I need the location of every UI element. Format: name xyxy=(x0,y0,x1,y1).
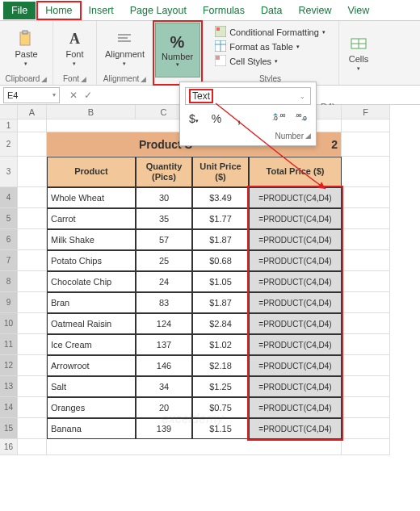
cell-unit-price[interactable]: $1.87 xyxy=(192,292,249,313)
cell-product[interactable]: Chocolate Chip xyxy=(47,271,136,292)
cell[interactable] xyxy=(18,439,47,455)
row-header[interactable]: 16 xyxy=(0,439,18,455)
row-header[interactable]: 5 xyxy=(0,208,18,229)
cell[interactable] xyxy=(342,355,390,376)
cell-product[interactable]: Bran xyxy=(47,292,136,313)
cell-unit-price[interactable]: $1.05 xyxy=(192,271,249,292)
format-as-table-button[interactable]: Format as Table▾ xyxy=(215,40,326,53)
cell[interactable] xyxy=(342,208,390,229)
tab-view[interactable]: View xyxy=(339,2,377,19)
cell[interactable] xyxy=(18,376,47,397)
cell[interactable] xyxy=(18,355,47,376)
cell[interactable] xyxy=(18,313,47,334)
cell[interactable] xyxy=(342,376,390,397)
tab-formulas[interactable]: Formulas xyxy=(195,2,253,19)
header-quantity[interactable]: Quantity (Pics) xyxy=(136,157,192,187)
cell[interactable] xyxy=(342,313,390,334)
header-product[interactable]: Product xyxy=(47,157,136,187)
tab-review[interactable]: Review xyxy=(290,2,339,19)
cell-unit-price[interactable]: $1.25 xyxy=(192,376,249,397)
cell-quantity[interactable]: 24 xyxy=(136,271,192,292)
cell-quantity[interactable]: 139 xyxy=(136,418,192,439)
alignment-launcher-icon[interactable]: ◢ xyxy=(141,75,146,83)
cell-unit-price[interactable]: $1.77 xyxy=(192,208,249,229)
row-header[interactable]: 9 xyxy=(0,292,18,313)
cell[interactable] xyxy=(342,132,390,157)
enter-icon[interactable]: ✓ xyxy=(84,90,92,101)
cell-total-price[interactable]: =PRODUCT(C4,D4) xyxy=(249,187,342,208)
currency-format-button[interactable]: $▾ xyxy=(185,112,203,125)
row-header[interactable]: 15 xyxy=(0,418,18,439)
cell-unit-price[interactable]: $1.02 xyxy=(192,334,249,355)
cell-total-price[interactable]: =PRODUCT(C4,D4) xyxy=(249,313,342,334)
cell-unit-price[interactable]: $3.49 xyxy=(192,187,249,208)
cell-total-price[interactable]: =PRODUCT(C4,D4) xyxy=(249,355,342,376)
row-header[interactable]: 13 xyxy=(0,376,18,397)
increase-decimal-button[interactable]: .0.00 xyxy=(271,111,288,125)
cell-unit-price[interactable]: $2.84 xyxy=(192,313,249,334)
cell[interactable] xyxy=(342,418,390,439)
cell[interactable] xyxy=(47,439,342,455)
cell-quantity[interactable]: 34 xyxy=(136,376,192,397)
row-header[interactable]: 12 xyxy=(0,355,18,376)
cell-product[interactable]: Oranges xyxy=(47,397,136,418)
cells-button[interactable]: Cells▾ xyxy=(349,35,368,72)
tab-data[interactable]: Data xyxy=(253,2,290,19)
cell[interactable] xyxy=(18,250,47,271)
cell[interactable] xyxy=(18,292,47,313)
cell-product[interactable]: Banana xyxy=(47,418,136,439)
cell-quantity[interactable]: 137 xyxy=(136,334,192,355)
cell-product[interactable]: Potato Chips xyxy=(47,250,136,271)
number-format-select[interactable]: Text ⌄ xyxy=(185,87,311,105)
cell[interactable] xyxy=(342,157,390,187)
cell-styles-button[interactable]: Cell Styles▾ xyxy=(215,55,326,68)
row-header[interactable]: 1 xyxy=(0,119,18,132)
percent-format-button[interactable]: % xyxy=(208,112,225,125)
col-header-a[interactable]: A xyxy=(18,105,47,119)
comma-format-button[interactable]: , xyxy=(230,112,248,125)
cell-quantity[interactable]: 35 xyxy=(136,208,192,229)
cell-unit-price[interactable]: $1.87 xyxy=(192,229,249,250)
cell[interactable] xyxy=(18,271,47,292)
cell[interactable] xyxy=(18,418,47,439)
cell[interactable] xyxy=(18,397,47,418)
cell-product[interactable]: Oatmeal Raisin xyxy=(47,313,136,334)
alignment-button[interactable]: Alignment▾ xyxy=(105,30,145,67)
font-button[interactable]: A Font▾ xyxy=(65,30,83,67)
cell-product[interactable]: Milk Shake xyxy=(47,229,136,250)
row-header[interactable]: 4 xyxy=(0,187,18,208)
cell-product[interactable]: Salt xyxy=(47,376,136,397)
cell[interactable] xyxy=(342,439,390,455)
cell-quantity[interactable]: 57 xyxy=(136,229,192,250)
cell[interactable] xyxy=(342,229,390,250)
header-unit-price[interactable]: Unit Price ($) xyxy=(192,157,249,187)
cell-quantity[interactable]: 83 xyxy=(136,292,192,313)
header-total-price[interactable]: Total Price ($) xyxy=(249,157,342,187)
row-header[interactable]: 3 xyxy=(0,157,18,187)
cell-total-price[interactable]: =PRODUCT(C4,D4) xyxy=(249,292,342,313)
cell-product[interactable]: Arrowroot xyxy=(47,355,136,376)
cell-quantity[interactable]: 146 xyxy=(136,355,192,376)
cell-unit-price[interactable]: $2.18 xyxy=(192,355,249,376)
cell[interactable] xyxy=(18,334,47,355)
cell-total-price[interactable]: =PRODUCT(C4,D4) xyxy=(249,397,342,418)
cell[interactable] xyxy=(18,187,47,208)
row-header[interactable]: 11 xyxy=(0,334,18,355)
tab-insert[interactable]: Insert xyxy=(81,2,122,19)
cell-product[interactable]: Whole Wheat xyxy=(47,187,136,208)
cell-total-price[interactable]: =PRODUCT(C4,D4) xyxy=(249,250,342,271)
col-header-b[interactable]: B xyxy=(47,105,136,119)
cell-total-price[interactable]: =PRODUCT(C4,D4) xyxy=(249,334,342,355)
cell[interactable] xyxy=(18,157,47,187)
cell[interactable] xyxy=(342,187,390,208)
conditional-formatting-button[interactable]: Conditional Formatting▾ xyxy=(215,26,326,39)
cell-total-price[interactable]: =PRODUCT(C4,D4) xyxy=(249,229,342,250)
cell-unit-price[interactable]: $0.68 xyxy=(192,250,249,271)
cell-total-price[interactable]: =PRODUCT(C4,D4) xyxy=(249,208,342,229)
number-launcher-icon[interactable]: ◢ xyxy=(305,132,311,140)
paste-button[interactable]: Paste ▾ xyxy=(15,30,37,67)
cell-quantity[interactable]: 124 xyxy=(136,313,192,334)
cell-quantity[interactable]: 25 xyxy=(136,250,192,271)
font-launcher-icon[interactable]: ◢ xyxy=(81,75,86,83)
cell-total-price[interactable]: =PRODUCT(C4,D4) xyxy=(249,271,342,292)
